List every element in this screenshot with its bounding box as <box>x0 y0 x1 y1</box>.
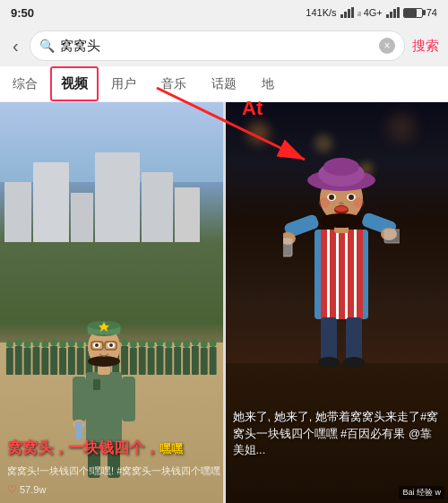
svg-rect-20 <box>183 348 190 375</box>
back-button[interactable]: ‹ <box>9 32 22 60</box>
svg-rect-18 <box>165 348 172 375</box>
svg-rect-77 <box>348 230 354 319</box>
like-badge-left: ♡ 57.9w <box>7 483 46 496</box>
svg-rect-98 <box>283 238 292 256</box>
svg-rect-17 <box>157 346 164 375</box>
svg-point-26 <box>24 341 31 348</box>
svg-rect-19 <box>174 347 181 375</box>
svg-point-25 <box>15 339 22 346</box>
tab-zonghe[interactable]: 综合 <box>0 66 50 101</box>
tab-shipin[interactable]: 视频 <box>50 66 99 101</box>
svg-rect-48 <box>86 372 122 444</box>
svg-point-43 <box>174 340 181 347</box>
baidu-watermark: Bai 经验 w <box>399 486 444 499</box>
left-video-card[interactable]: 窝窝头，一块钱四个，嘿嘿 窝窝头!一块钱四个!嘿嘿! #窝窝头一块钱四个嘿嘿 ♡… <box>0 102 223 503</box>
svg-point-89 <box>353 197 364 208</box>
svg-point-102 <box>318 357 340 368</box>
svg-point-27 <box>33 340 40 347</box>
battery-icon <box>403 8 423 18</box>
search-bar: ‹ 🔍 窝窝头 × 搜索 <box>0 25 448 66</box>
svg-rect-23 <box>210 347 217 375</box>
svg-point-47 <box>210 340 217 347</box>
svg-point-103 <box>343 357 365 368</box>
svg-point-44 <box>183 341 190 348</box>
svg-rect-76 <box>339 230 345 319</box>
svg-point-60 <box>109 343 113 347</box>
svg-point-45 <box>192 339 199 346</box>
tab-bar: 综合 视频 用户 音乐 话题 地 <box>0 66 448 102</box>
svg-rect-100 <box>321 317 337 362</box>
svg-point-88 <box>319 197 330 208</box>
cook-person-figure <box>283 122 391 386</box>
svg-rect-1 <box>15 346 22 375</box>
tab-yinyue[interactable]: 音乐 <box>149 66 199 101</box>
content-grid: 窝窝头，一块钱四个，嘿嘿 窝窝头!一块钱四个!嘿嘿! #窝窝头一块钱四个嘿嘿 ♡… <box>0 102 448 503</box>
svg-point-90 <box>339 202 344 205</box>
svg-rect-4 <box>41 348 48 375</box>
svg-point-28 <box>41 341 48 348</box>
left-title-text: 窝窝头，一块钱四个， <box>7 439 159 456</box>
svg-point-29 <box>50 339 57 346</box>
svg-rect-0 <box>6 348 13 375</box>
search-button[interactable]: 搜索 <box>412 38 439 55</box>
svg-rect-2 <box>24 348 31 375</box>
heart-icon: ♡ <box>7 483 17 496</box>
svg-point-86 <box>329 195 334 200</box>
svg-rect-66 <box>122 377 135 421</box>
svg-point-93 <box>320 213 363 228</box>
svg-rect-22 <box>201 348 208 375</box>
search-input-wrap[interactable]: 🔍 窝窝头 × <box>30 30 405 61</box>
svg-rect-65 <box>73 377 86 421</box>
search-query: 窝窝头 <box>60 38 374 55</box>
svg-rect-75 <box>330 230 336 319</box>
svg-point-64 <box>102 349 106 351</box>
svg-rect-16 <box>148 348 155 375</box>
clear-button[interactable]: × <box>379 38 395 54</box>
buildings <box>0 143 223 243</box>
svg-rect-21 <box>192 346 199 375</box>
status-time: 9:50 <box>11 6 34 20</box>
svg-point-59 <box>95 343 99 347</box>
svg-point-92 <box>335 206 348 212</box>
svg-point-87 <box>349 195 354 200</box>
status-bar: 9:50 141K/s ᵢₗ 4G+ 74 <box>0 0 448 25</box>
svg-point-40 <box>148 341 155 348</box>
like-count-left: 57.9w <box>20 484 46 495</box>
svg-point-42 <box>165 341 172 348</box>
battery-level: 74 <box>426 7 437 18</box>
svg-rect-78 <box>357 230 363 319</box>
svg-rect-5 <box>50 346 57 375</box>
svg-rect-49 <box>93 379 100 390</box>
svg-point-46 <box>201 341 208 348</box>
signal-icon-2 <box>386 7 400 18</box>
tab-huati[interactable]: 话题 <box>199 66 249 101</box>
right-overlay-text: 她来了, 她来了, 她带着窝窝头来走了#窝窝头一块钱四个嘿嘿 #百因必有果 @靠… <box>233 409 442 458</box>
left-overlay-title: 窝窝头，一块钱四个，嘿嘿 <box>7 438 183 458</box>
svg-point-41 <box>157 339 164 346</box>
status-right: 141K/s ᵢₗ 4G+ 74 <box>306 7 437 19</box>
tab-yonghu[interactable]: 用户 <box>99 66 149 101</box>
svg-point-30 <box>59 341 66 348</box>
svg-rect-101 <box>346 317 362 362</box>
network-type: ᵢₗ 4G+ <box>358 7 383 19</box>
svg-rect-99 <box>384 230 400 243</box>
tab-di[interactable]: 地 <box>249 66 287 101</box>
left-sub-text: 窝窝头!一块钱四个!嘿嘿! #窝窝头一块钱四个嘿嘿 <box>7 464 220 478</box>
signal-icon <box>340 7 354 18</box>
svg-rect-6 <box>59 348 66 375</box>
svg-rect-74 <box>321 230 327 319</box>
svg-point-83 <box>323 158 359 176</box>
search-icon: 🔍 <box>39 39 55 53</box>
right-video-card[interactable]: 她来了, 她来了, 她带着窝窝头来走了#窝窝头一块钱四个嘿嘿 #百因必有果 @靠… <box>226 102 449 503</box>
network-speed: 141K/s <box>306 7 336 18</box>
left-laugh-text: 嘿嘿 <box>159 442 183 455</box>
svg-point-56 <box>88 356 120 367</box>
svg-point-24 <box>6 341 13 348</box>
svg-rect-3 <box>33 347 40 375</box>
